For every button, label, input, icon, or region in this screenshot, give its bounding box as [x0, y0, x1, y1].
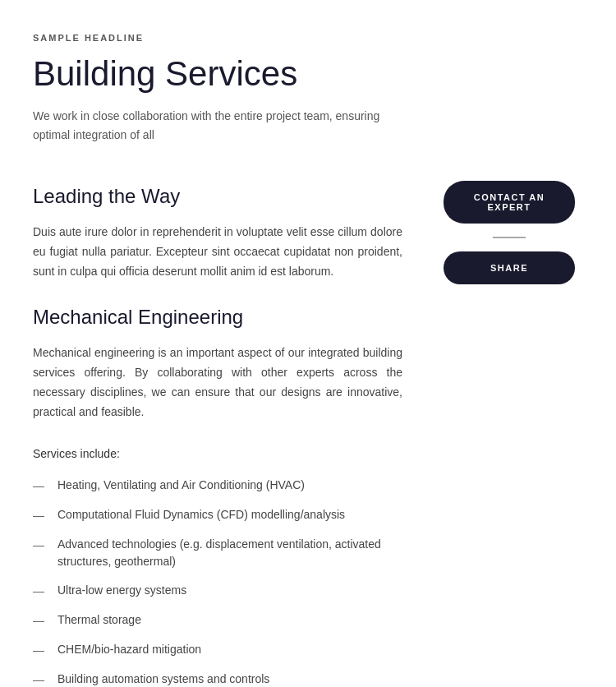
mech-section: Mechanical Engineering Mechanical engine…: [33, 306, 402, 687]
list-item: —Thermal storage: [33, 611, 402, 629]
sample-headline: SAMPLE HEADLINE: [33, 33, 402, 43]
list-item: —CHEM/bio-hazard mitigation: [33, 641, 402, 659]
list-item-text: Computational Fluid Dynamics (CFD) model…: [57, 506, 345, 523]
list-item: —Ultra-low energy systems: [33, 582, 402, 600]
sidebar: CONTACT AN EXPERT SHARE: [419, 33, 583, 687]
contact-expert-button[interactable]: CONTACT AN EXPERT: [444, 181, 575, 224]
share-button[interactable]: SHARE: [444, 251, 575, 284]
subtitle-text: We work in close collaboration with the …: [33, 107, 402, 144]
services-list: —Heating, Ventilating and Air Conditioni…: [33, 477, 402, 687]
list-item-text: Ultra-low energy systems: [57, 582, 186, 599]
list-dash: —: [33, 507, 44, 524]
leading-section: Leading the Way Duis aute irure dolor in…: [33, 185, 402, 281]
list-item: —Advanced technologies (e.g. displacemen…: [33, 536, 402, 570]
mech-body: Mechanical engineering is an important a…: [33, 344, 402, 422]
list-item: —Heating, Ventilating and Air Conditioni…: [33, 477, 402, 495]
list-dash: —: [33, 671, 44, 687]
services-label: Services include:: [33, 447, 402, 460]
leading-body: Duis aute irure dolor in reprehenderit i…: [33, 223, 402, 281]
list-dash: —: [33, 537, 44, 554]
list-dash: —: [33, 612, 44, 629]
list-item: —Building automation systems and control…: [33, 671, 402, 687]
leading-title: Leading the Way: [33, 185, 402, 208]
divider: [493, 237, 526, 238]
list-item-text: Building automation systems and controls: [57, 671, 269, 687]
mech-title: Mechanical Engineering: [33, 306, 402, 329]
list-dash: —: [33, 583, 44, 600]
list-item-text: Thermal storage: [57, 611, 141, 629]
list-item: —Computational Fluid Dynamics (CFD) mode…: [33, 506, 402, 524]
list-dash: —: [33, 642, 44, 659]
list-item-text: Heating, Ventilating and Air Conditionin…: [57, 477, 305, 494]
list-dash: —: [33, 477, 44, 495]
list-item-text: CHEM/bio-hazard mitigation: [57, 641, 201, 658]
list-item-text: Advanced technologies (e.g. displacement…: [57, 536, 402, 570]
page-title: Building Services: [33, 54, 402, 94]
